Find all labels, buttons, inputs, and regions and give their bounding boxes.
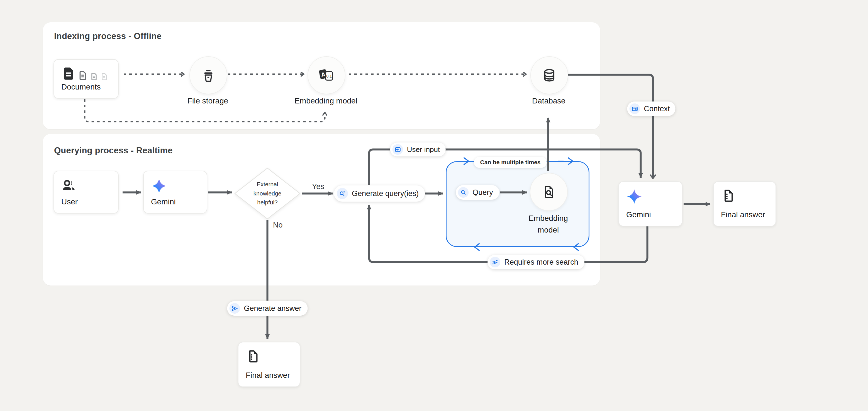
context-label: Context <box>644 105 670 113</box>
loop-embedding-model-node <box>530 173 568 211</box>
indexing-title: Indexing process - Offline <box>54 31 161 41</box>
gemini-right-node: Gemini <box>618 181 682 227</box>
final-answer-bottom-node: Final answer <box>238 342 300 387</box>
query-label: Query <box>472 188 493 197</box>
user-label: User <box>61 198 111 206</box>
database-icon <box>542 68 557 83</box>
gemini-star-icon <box>151 178 167 194</box>
input-arrow-icon <box>393 144 403 155</box>
context-badge: Context <box>627 101 675 116</box>
context-article-icon <box>629 104 640 114</box>
final-document-icon <box>721 188 735 203</box>
svg-text:0,1: 0,1 <box>327 74 332 78</box>
decision-text: External knowledge helpful? <box>234 167 301 220</box>
yes-label: Yes <box>307 182 329 191</box>
documents-icon <box>61 66 111 81</box>
decision-diamond: External knowledge helpful? <box>234 167 301 220</box>
people-icon <box>61 178 76 193</box>
requires-more-search-badge: Requires more search <box>488 255 584 269</box>
embedding-model-label: Embedding model <box>279 96 373 106</box>
querying-title: Querying process - Realtime <box>54 146 173 155</box>
final-answer-right-node: Final answer <box>713 181 776 227</box>
can-be-multiple-times-badge: Can be multiple times <box>474 157 547 168</box>
documents-label: Documents <box>61 83 111 91</box>
loop-embedding-model-label: Embedding model <box>518 212 579 236</box>
search-spark-icon <box>337 188 348 199</box>
file-storage-node <box>189 56 227 94</box>
documents-node: Documents <box>54 59 119 99</box>
send-icon <box>229 303 240 314</box>
user-node: User <box>54 171 119 213</box>
generate-answer-pill: Generate answer <box>227 301 308 316</box>
send-spark-icon <box>490 257 500 267</box>
database-node <box>530 56 568 94</box>
gemini-label: Gemini <box>151 198 199 206</box>
generate-queries-label: Generate query(ies) <box>352 189 419 198</box>
embedding-model-node: A 0,1 <box>308 56 345 94</box>
final-document-icon <box>246 349 260 363</box>
user-input-label: User input <box>407 145 440 154</box>
gemini-star-icon <box>626 188 642 205</box>
rag-architecture-diagram: Indexing process - Offline Documents Fil… <box>0 0 868 411</box>
generate-answer-label: Generate answer <box>244 304 301 313</box>
generate-queries-pill: Generate query(ies) <box>334 185 425 202</box>
text-to-vector-icon: A 0,1 <box>318 68 335 83</box>
database-label: Database <box>507 96 591 106</box>
document-search-icon <box>541 184 556 199</box>
gemini-right-label: Gemini <box>626 210 675 219</box>
storage-bucket-icon <box>201 68 216 83</box>
final-answer-right-label: Final answer <box>721 210 768 219</box>
query-pill: Query <box>456 185 499 200</box>
search-icon <box>458 187 469 198</box>
user-input-badge: User input <box>390 143 446 156</box>
requires-more-search-label: Requires more search <box>504 258 578 267</box>
gemini-node: Gemini <box>143 171 207 213</box>
no-label: No <box>273 221 283 230</box>
file-storage-label: File storage <box>166 96 250 106</box>
final-answer-bottom-label: Final answer <box>246 371 292 380</box>
